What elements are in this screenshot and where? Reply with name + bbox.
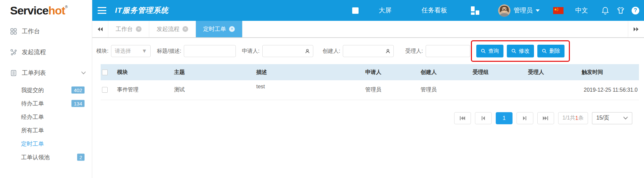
page-number-button[interactable]: 1 xyxy=(496,112,513,124)
magnifier-icon xyxy=(511,48,517,54)
help-icon[interactable]: ? xyxy=(632,7,639,14)
username-label: 管理员 xyxy=(514,6,533,15)
sidebar-item-my-submitted[interactable]: 我提交的 402 xyxy=(0,83,92,97)
screen-icon[interactable] xyxy=(352,7,359,14)
sidebar-item-all-tickets[interactable]: 所有工单 xyxy=(0,124,92,137)
close-icon[interactable]: × xyxy=(136,26,142,32)
first-page-icon xyxy=(459,116,466,121)
prev-page-button[interactable] xyxy=(475,112,492,124)
cell-assignee xyxy=(527,80,580,100)
tab-scroll-left-icon[interactable] xyxy=(92,21,108,37)
assignee-input[interactable] xyxy=(426,45,470,57)
modify-button[interactable]: 修改 xyxy=(507,45,534,57)
module-select[interactable]: 请选择 ▼ xyxy=(111,45,151,57)
ticket-list-icon xyxy=(10,70,17,77)
user-menu[interactable]: 管理员 xyxy=(498,4,540,17)
brand-logo[interactable]: Servicehot® xyxy=(0,0,92,21)
col-assignee: 受理人 xyxy=(527,64,580,80)
cell-module: 事件管理 xyxy=(116,80,173,100)
sidebar-menu: 工作台 发起流程 工单列表 我提交的 402 待办工单 134 xyxy=(0,21,92,164)
search-button[interactable]: 查询 xyxy=(476,45,503,57)
chevron-down-icon[interactable] xyxy=(81,71,86,75)
big-screen-link[interactable]: 大屏 xyxy=(379,6,391,15)
select-all-checkbox[interactable] xyxy=(102,70,108,75)
tab-label: 工作台 xyxy=(116,25,133,33)
sidebar-item-todo-tickets[interactable]: 待办工单 134 xyxy=(0,97,92,110)
next-page-button[interactable] xyxy=(517,112,533,124)
shirt-icon[interactable] xyxy=(616,6,625,14)
page-info-prefix: 1/1共 xyxy=(562,115,575,122)
tab-scheduled-tickets[interactable]: 定时工单 × xyxy=(196,21,243,37)
module-label: 模块: xyxy=(96,48,108,55)
caret-down-icon xyxy=(536,9,540,12)
count-badge: 402 xyxy=(71,87,85,94)
sidebar-item-start-process[interactable]: 发起流程 xyxy=(0,42,92,62)
sidebar-item-label: 发起流程 xyxy=(22,48,46,56)
page-info-suffix: 条 xyxy=(578,115,584,122)
sidebar-item-label: 工单认领池 xyxy=(21,153,50,161)
close-icon[interactable]: × xyxy=(229,26,235,32)
sidebar-submenu: 我提交的 402 待办工单 134 经办工单 所有工单 定时工单 工单认领池 xyxy=(0,83,92,164)
filter-bar: 模块: 请选择 ▼ 标题/描述: 申请人: 创建人: 受理人: xyxy=(92,38,644,64)
count-badge: 134 xyxy=(71,100,85,107)
close-icon[interactable]: × xyxy=(182,26,188,32)
cell-description: test xyxy=(255,80,364,100)
delete-button[interactable]: 删除 xyxy=(537,45,565,57)
tab-bar: 工作台 × 发起流程 × 定时工单 × xyxy=(92,21,644,38)
module-select-value: 请选择 xyxy=(115,48,131,55)
row-checkbox[interactable] xyxy=(102,87,108,93)
app-title: IT服务管理系统 xyxy=(115,5,169,15)
language-switcher[interactable]: 中文 xyxy=(575,6,588,15)
hamburger-menu-icon[interactable] xyxy=(98,7,106,14)
tab-workbench[interactable]: 工作台 × xyxy=(108,21,149,37)
tab-label: 发起流程 xyxy=(157,25,179,33)
trademark-icon: ® xyxy=(65,5,67,9)
col-applicant: 申请人 xyxy=(364,64,419,80)
delete-button-label: 删除 xyxy=(549,48,560,55)
brand-hot: hot xyxy=(48,4,65,17)
first-page-button[interactable] xyxy=(454,112,471,124)
creator-input[interactable] xyxy=(343,45,394,57)
search-button-label: 查询 xyxy=(488,48,499,55)
dashboard-grid-icon[interactable] xyxy=(471,6,480,15)
cell-subject: 测试 xyxy=(173,80,255,100)
page-size-select[interactable]: 15/页 xyxy=(592,112,632,124)
magnifier-icon xyxy=(481,48,486,54)
pagination: 1 1/1共1条 15/页 xyxy=(92,112,644,124)
sidebar-item-label: 我提交的 xyxy=(21,86,44,94)
brand-logo-text: Servicehot® xyxy=(10,4,67,17)
china-flag-icon[interactable] xyxy=(553,7,564,14)
flow-icon xyxy=(10,49,17,56)
col-module: 模块 xyxy=(116,64,173,80)
task-board-link[interactable]: 任务看板 xyxy=(422,6,447,15)
sidebar-item-workbench[interactable]: 工作台 xyxy=(0,21,92,42)
sidebar-item-scheduled-tickets[interactable]: 定时工单 xyxy=(0,137,92,150)
sidebar-item-label: 工单列表 xyxy=(22,69,46,77)
assignee-label: 受理人: xyxy=(405,48,423,55)
sidebar-item-label: 工作台 xyxy=(22,27,40,35)
bell-icon[interactable] xyxy=(601,6,609,15)
tab-scroll-right-icon[interactable] xyxy=(628,21,644,37)
cell-group xyxy=(471,80,527,100)
sidebar-item-handled-tickets[interactable]: 经办工单 xyxy=(0,110,92,124)
next-page-icon xyxy=(522,116,527,121)
title-desc-input[interactable] xyxy=(184,45,236,57)
app-root: Servicehot® 工作台 发起流程 工单列表 我提交的 402 xyxy=(0,0,644,178)
sidebar-item-label: 定时工单 xyxy=(21,140,44,148)
workbench-grid-icon xyxy=(10,28,17,35)
page-info-count: 1 xyxy=(575,115,578,121)
creator-label: 创建人: xyxy=(323,48,340,55)
red-annotation-box: 查询 修改 删除 xyxy=(471,40,570,62)
last-page-button[interactable] xyxy=(537,112,554,124)
applicant-input[interactable] xyxy=(262,45,313,57)
top-header-bar: IT服务管理系统 大屏 任务看板 管理员 中文 ? xyxy=(92,0,644,21)
tab-start-process[interactable]: 发起流程 × xyxy=(149,21,196,37)
brand-service: Service xyxy=(10,4,48,17)
last-page-icon xyxy=(542,116,549,121)
title-desc-label: 标题/描述: xyxy=(157,48,181,55)
table-row[interactable]: 事件管理 测试 test 管理员 管理员 2019-12-25 11:56:31… xyxy=(101,80,639,100)
sidebar-item-label: 经办工单 xyxy=(21,113,44,121)
sidebar-item-ticket-list[interactable]: 工单列表 xyxy=(0,62,92,83)
table-header-row: 模块 主题 描述 申请人 创建人 受理组 受理人 触发时间 xyxy=(101,64,639,80)
sidebar-item-claim-pool[interactable]: 工单认领池 2 xyxy=(0,150,92,164)
